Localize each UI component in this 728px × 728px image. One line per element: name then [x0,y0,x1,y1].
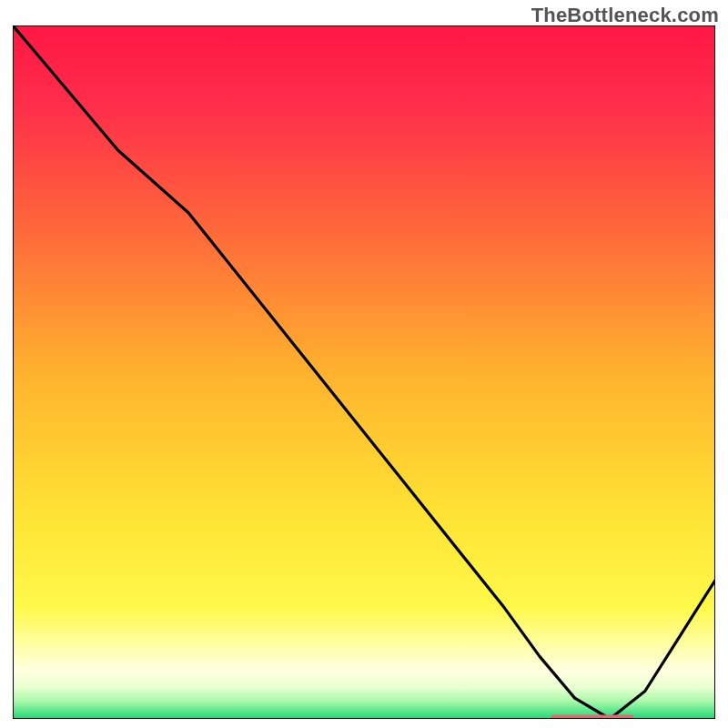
chart-container: TheBottleneck.com [0,0,728,728]
bottleneck-plot [13,25,715,719]
watermark-text: TheBottleneck.com [531,4,719,27]
gradient-background [13,25,715,719]
